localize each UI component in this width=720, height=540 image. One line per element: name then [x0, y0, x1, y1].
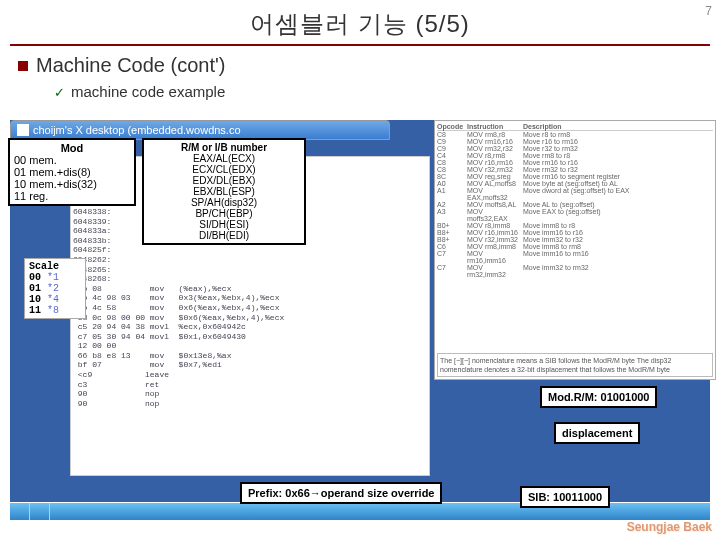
scale-table: Scale 00 *101 *210 *411 *8 — [24, 258, 86, 319]
rim-row: SI/DH(ESI) — [148, 219, 300, 230]
opcode-col1: Opcode — [437, 123, 467, 130]
hex-line: 90 nop — [73, 389, 427, 399]
mod-table: Mod 00 mem.01 mem.+dis(8)10 mem.+dis(32)… — [8, 138, 136, 206]
page-number: 7 — [705, 4, 712, 18]
opcode-row: C7MOV rm32,imm32Move imm32 to rm32 — [437, 264, 713, 278]
hex-line: 8b 4c 58 mov 0x6(%eax,%ebx,4),%ecx — [73, 303, 427, 313]
opcode-footer: The [−][−] nomenclature means a SIB foll… — [437, 353, 713, 377]
rim-table: R/M or I/B number EAX/AL(ECX)ECX/CL(EDX)… — [142, 138, 306, 245]
opcode-row: C9MOV rm32,r32Move r32 to rm32 — [437, 145, 713, 152]
opcode-row: C7MOV rm16,imm16Move imm16 to rm16 — [437, 250, 713, 264]
opcode-row: B0+MOV r8,imm8Move imm8 to r8 — [437, 222, 713, 229]
rim-row: EBX/BL(ESP) — [148, 186, 300, 197]
scale-row: 11 *8 — [29, 305, 81, 316]
rim-row: BP/CH(EBP) — [148, 208, 300, 219]
mod-row: 10 mem.+dis(32) — [14, 178, 130, 190]
mod-row: 00 mem. — [14, 154, 130, 166]
opcode-col3: Description — [523, 123, 713, 130]
opcode-row: A0MOV AL,moffs8Move byte at (seg:offset)… — [437, 180, 713, 187]
opcode-row: A1MOV EAX,moffs32Move dword at (seg:offs… — [437, 187, 713, 201]
rim-row: DI/BH(EDI) — [148, 230, 300, 241]
hex-line: 12 00 00 — [73, 341, 427, 351]
opcode-row: C8MOV r16,rm16Move rm16 to r16 — [437, 159, 713, 166]
heading-3-text: machine code example — [71, 83, 225, 100]
heading-2: Machine Code (cont') — [18, 54, 720, 77]
hex-line: 8b 08 mov (%eax),%ecx — [73, 284, 427, 294]
hex-line: 6048265: — [73, 265, 427, 275]
callout-sib: SIB: 10011000 — [520, 486, 610, 508]
rim-row: ECX/CL(EDX) — [148, 164, 300, 175]
scale-row: 10 *4 — [29, 294, 81, 305]
rim-row: EAX/AL(ECX) — [148, 153, 300, 164]
opcode-row: B8+MOV r32,imm32Move imm32 to r32 — [437, 236, 713, 243]
window-icon — [17, 124, 29, 136]
opcode-row: A2MOV moffs8,ALMove AL to (seg:offset) — [437, 201, 713, 208]
rim-header: R/M or I/B number — [148, 142, 300, 153]
prefix-pre: Prefix: 0x66 — [248, 487, 310, 499]
content-area: choijm's X desktop (embedded.wowdns.co 6… — [10, 106, 710, 536]
hex-line: 604825f: — [73, 245, 427, 255]
scale-header: Scale — [29, 261, 81, 272]
opcode-row: C6MOV rm8,imm8Move imm8 to rm8 — [437, 243, 713, 250]
opcode-header: Opcode Instruction Description — [437, 123, 713, 131]
mod-header: Mod — [14, 142, 130, 154]
rim-row: SP/AH(disp32) — [148, 197, 300, 208]
slide-title: 어셈블러 기능 (5/5) — [0, 0, 720, 44]
hex-line: 6048262: — [73, 255, 427, 265]
callout-displacement: displacement — [554, 422, 640, 444]
mod-row: 11 reg. — [14, 190, 130, 202]
hex-line: 6048268: — [73, 274, 427, 284]
opcode-row: C4MOV r8,rm8Move rm8 to r8 — [437, 152, 713, 159]
hex-line: c7 05 30 94 04 movl $0x1,0x6049430 — [73, 332, 427, 342]
opcode-col2: Instruction — [467, 123, 523, 130]
check-icon: ✓ — [54, 85, 65, 100]
hex-line: 90 nop — [73, 399, 427, 409]
author-label: Seungjae Baek — [627, 520, 712, 534]
taskbar-item[interactable] — [10, 503, 30, 520]
callout-modrm: Mod.R/M: 01001000 — [540, 386, 657, 408]
opcode-row: C8MOV rm8,r8Move r8 to rm8 — [437, 131, 713, 138]
heading-3: ✓machine code example — [54, 83, 720, 100]
scale-row: 00 *1 — [29, 272, 81, 283]
hex-line: 8b 4c 98 03 mov 0x3(%eax,%ebx,4),%ecx — [73, 293, 427, 303]
callout-prefix: Prefix: 0x66→operand size override — [240, 482, 442, 504]
prefix-post: operand size override — [321, 487, 435, 499]
opcode-row: C8MOV r32,rm32Move rm32 to r32 — [437, 166, 713, 173]
square-bullet-icon — [18, 61, 28, 71]
opcode-table: Opcode Instruction Description C8MOV rm8… — [434, 120, 716, 380]
arrow-right-icon: → — [310, 487, 321, 499]
taskbar-item[interactable] — [30, 503, 50, 520]
opcode-row: A3MOV moffs32,EAXMove EAX to (seg:offset… — [437, 208, 713, 222]
opcode-row: C9MOV rm16,r16Move r16 to rm16 — [437, 138, 713, 145]
hex-line: 66 b8 e8 13 mov $0x13e8,%ax — [73, 351, 427, 361]
hex-line: c3 ret — [73, 380, 427, 390]
desktop-background: choijm's X desktop (embedded.wowdns.co 6… — [10, 120, 710, 520]
heading-2-text: Machine Code (cont') — [36, 54, 225, 76]
window-titlebar[interactable]: choijm's X desktop (embedded.wowdns.co — [10, 120, 390, 140]
opcode-row: B8+MOV r16,imm16Move imm16 to r16 — [437, 229, 713, 236]
scale-row: 01 *2 — [29, 283, 81, 294]
hex-line: c5 20 94 04 38 movl %ecx,0x604942c — [73, 322, 427, 332]
hex-line: 8d 0c 98 00 00 mov $0x6(%eax,%ebx,4),%ec… — [73, 313, 427, 323]
hex-line: <c9 leave — [73, 370, 427, 380]
title-underline — [10, 44, 710, 46]
hex-line: bf 07 mov $0x7,%edi — [73, 360, 427, 370]
rim-row: EDX/DL(EBX) — [148, 175, 300, 186]
mod-row: 01 mem.+dis(8) — [14, 166, 130, 178]
opcode-row: 8CMOV reg,sregMove rm16 to segment regis… — [437, 173, 713, 180]
window-title-text: choijm's X desktop (embedded.wowdns.co — [33, 124, 241, 136]
